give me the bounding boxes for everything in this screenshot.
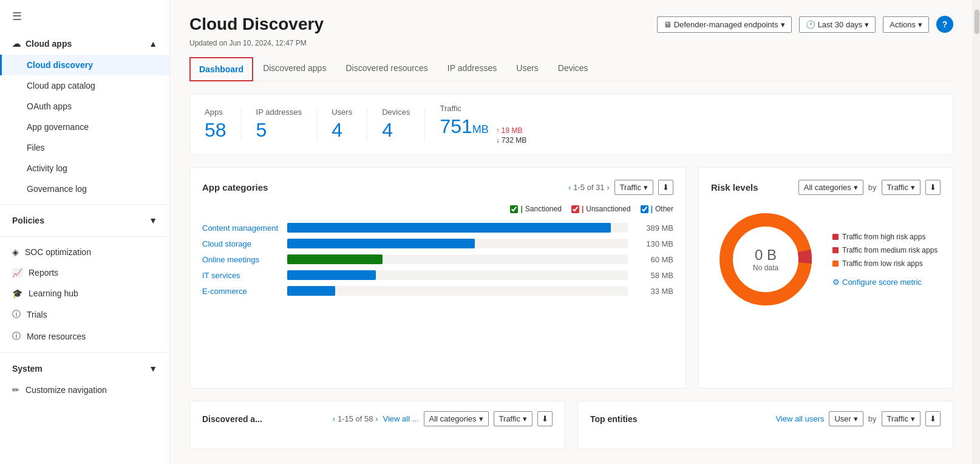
tabs-container: Dashboard Discovered apps Discovered res… [189, 57, 953, 81]
cards-row: App categories ‹ 1-5 of 31 › Traffic ▾ ⬇ [189, 167, 953, 389]
bar-row-4: E-commerce 33 MB [202, 286, 673, 296]
customize-navigation-item[interactable]: ✏ Customize navigation [0, 380, 169, 400]
bar-label-0[interactable]: Content management [202, 223, 281, 233]
cat-dropdown-chevron: ▾ [854, 183, 858, 192]
sidebar: ☰ ☁ Cloud apps ▲ Cloud discovery Cloud a… [0, 0, 170, 464]
configure-label: Configure score metric [842, 278, 922, 287]
traffic-value: 751 [440, 115, 472, 138]
cloud-app-catalog-item[interactable]: Cloud app catalog [0, 75, 169, 96]
tab-users[interactable]: Users [506, 57, 548, 81]
cloud-app-catalog-label: Cloud app catalog [27, 81, 95, 90]
tab-discovered-resources[interactable]: Discovered resources [336, 57, 437, 81]
app-categories-traffic-dropdown[interactable]: Traffic ▾ [614, 180, 653, 195]
help-button[interactable]: ? [936, 16, 953, 33]
medium-risk-label: Traffic from medium risk apps [842, 246, 937, 254]
actions-button[interactable]: Actions ▾ [883, 16, 929, 33]
low-risk-label: Traffic from low risk apps [842, 259, 923, 268]
reports-item[interactable]: 📈 Reports [0, 262, 169, 283]
discovered-apps-header: Discovered a... ‹ 1-15 of 58 › View all … [202, 411, 553, 426]
donut-center: 0 B No data [753, 247, 778, 272]
risk-download-button[interactable]: ⬇ [925, 180, 941, 195]
soc-icon: ◈ [12, 247, 19, 257]
stat-apps: Apps 58 [205, 107, 242, 142]
reports-label: Reports [29, 268, 58, 278]
time-chevron: ▾ [865, 20, 869, 29]
trials-item[interactable]: ⓘ Trials [0, 304, 169, 326]
risk-levels-header: Risk levels All categories ▾ by Traffic … [711, 180, 941, 195]
endpoint-label: Defender-managed endpoints [674, 20, 778, 29]
risk-traffic-dropdown[interactable]: Traffic ▾ [882, 180, 920, 195]
configure-score-link[interactable]: ⚙ Configure score metric [832, 278, 937, 287]
dropdown-chevron: ▾ [644, 183, 648, 192]
unsanctioned-checkbox[interactable] [571, 205, 579, 213]
endpoint-button[interactable]: 🖥 Defender-managed endpoints ▾ [657, 16, 792, 33]
other-checkbox[interactable] [641, 205, 648, 213]
traffic-upload: ↑ 18 MB [496, 126, 526, 135]
endpoint-icon: 🖥 [664, 20, 672, 29]
cloud-apps-section[interactable]: ☁ Cloud apps ▲ [0, 33, 169, 55]
other-label: Other [655, 205, 673, 213]
donut-center-value: 0 B [753, 247, 778, 264]
app-categories-controls: ‹ 1-5 of 31 › Traffic ▾ ⬇ [568, 180, 673, 195]
discovered-apps-card: Discovered a... ‹ 1-15 of 58 › View all … [189, 401, 565, 449]
view-all-users-link[interactable]: View all users [775, 414, 824, 423]
da-traffic-dropdown[interactable]: Traffic ▾ [494, 411, 533, 426]
risk-legend: Traffic from high risk apps Traffic from… [832, 233, 937, 287]
next-arrow[interactable]: › [607, 183, 610, 192]
hamburger-icon[interactable]: ☰ [0, 0, 169, 33]
high-risk-label: Traffic from high risk apps [842, 233, 925, 241]
governance-log-item[interactable]: Governance log [0, 179, 169, 199]
bar-container-3 [287, 270, 628, 280]
tab-devices[interactable]: Devices [548, 57, 598, 81]
soc-optimization-item[interactable]: ◈ SOC optimization [0, 242, 169, 262]
sanctioned-checkbox[interactable] [510, 205, 518, 213]
bar-row-3: IT services 58 MB [202, 270, 673, 280]
app-categories-download-button[interactable]: ⬇ [658, 180, 673, 195]
customize-nav-label: Customize navigation [26, 385, 107, 395]
prev-arrow[interactable]: ‹ [568, 183, 571, 192]
bar-container-0 [287, 223, 628, 233]
oauth-apps-item[interactable]: OAuth apps [0, 96, 169, 117]
bar-label-1[interactable]: Cloud storage [202, 239, 281, 248]
da-cat-chevron: ▾ [479, 414, 483, 423]
traffic-dropdown-chevron: ▾ [911, 183, 915, 192]
cloud-discovery-item[interactable]: Cloud discovery [0, 55, 169, 75]
bar-fill-3 [287, 270, 376, 280]
more-resources-item[interactable]: ⓘ More resources [0, 326, 169, 347]
user-dropdown[interactable]: User ▾ [829, 411, 863, 426]
activity-log-item[interactable]: Activity log [0, 158, 169, 179]
policies-section[interactable]: Policies ▼ [0, 210, 169, 231]
da-next-arrow[interactable]: › [376, 415, 378, 423]
bar-fill-4 [287, 286, 335, 296]
risk-categories-dropdown[interactable]: All categories ▾ [798, 180, 863, 195]
bar-label-4[interactable]: E-commerce [202, 287, 281, 296]
tab-ip-addresses[interactable]: IP addresses [438, 57, 506, 81]
risk-levels-title: Risk levels [711, 182, 758, 193]
stats-row: Apps 58 IP addresses 5 Users 4 Devices 4… [189, 94, 953, 155]
te-traffic-chevron: ▾ [911, 414, 915, 423]
activity-log-label: Activity log [27, 163, 67, 173]
edge-scrollbar [973, 0, 980, 464]
traffic-unit: MB [472, 123, 489, 136]
main-content: Cloud Discovery 🖥 Defender-managed endpo… [170, 0, 973, 464]
bar-label-3[interactable]: IT services [202, 271, 281, 280]
da-download-button[interactable]: ⬇ [537, 411, 553, 426]
view-all-apps-link[interactable]: View all ... [383, 414, 419, 423]
bar-label-2[interactable]: Online meetings [202, 255, 281, 264]
high-risk-dot [832, 234, 839, 240]
da-categories-dropdown[interactable]: All categories ▾ [424, 411, 489, 426]
actions-label: Actions [890, 20, 916, 29]
stat-traffic: Traffic 751 MB ↑ 18 MB ↓ 732 MB [425, 104, 541, 145]
learning-hub-item[interactable]: 🎓 Learning hub [0, 283, 169, 304]
files-item[interactable]: Files [0, 137, 169, 158]
system-section[interactable]: System ▼ [0, 358, 169, 380]
da-prev-arrow[interactable]: ‹ [333, 415, 335, 423]
top-entities-traffic-dropdown[interactable]: Traffic ▾ [882, 411, 920, 426]
time-button[interactable]: 🕐 Last 30 days ▾ [799, 16, 876, 33]
app-governance-item[interactable]: App governance [0, 117, 169, 137]
bar-value-2: 60 MB [634, 255, 673, 264]
tab-discovered-apps[interactable]: Discovered apps [253, 57, 336, 81]
te-download-button[interactable]: ⬇ [925, 411, 941, 426]
donut-chart: 0 B No data [711, 205, 820, 314]
tab-dashboard[interactable]: Dashboard [189, 57, 253, 81]
